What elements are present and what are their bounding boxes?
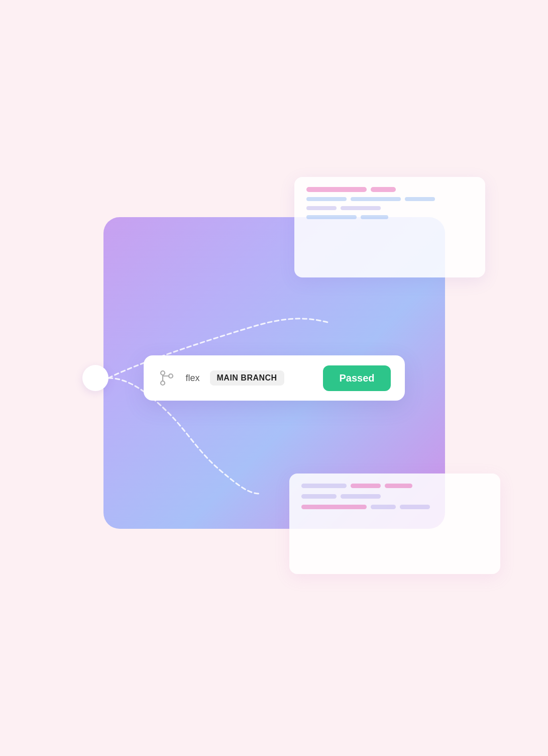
panel-top-row-1 <box>306 187 473 192</box>
status-card: flex MAIN BRANCH Passed <box>144 355 405 401</box>
panel-top-row-4 <box>306 215 473 219</box>
svg-point-1 <box>161 381 165 385</box>
bar-decoration <box>351 484 381 488</box>
top-panel <box>294 177 485 277</box>
svg-point-0 <box>161 371 165 375</box>
bar-decoration <box>306 197 347 201</box>
bar-decoration <box>306 206 337 210</box>
passed-button[interactable]: Passed <box>323 365 390 391</box>
bar-decoration <box>301 494 337 499</box>
panel-top-row-3 <box>306 206 473 210</box>
bar-decoration <box>361 215 388 219</box>
bar-decoration <box>371 505 396 509</box>
bar-decoration <box>351 197 401 201</box>
bar-decoration <box>341 206 381 210</box>
main-scene: flex MAIN BRANCH Passed <box>48 152 500 604</box>
bar-decoration <box>301 505 367 509</box>
bar-decoration <box>306 187 367 192</box>
branch-badge: MAIN BRANCH <box>210 370 284 386</box>
bar-decoration <box>371 187 396 192</box>
panel-bottom-row-2 <box>301 494 488 499</box>
bar-decoration <box>341 494 381 499</box>
bar-decoration <box>306 215 357 219</box>
panel-bottom-row-1 <box>301 484 488 488</box>
connector-node <box>82 365 108 391</box>
bottom-panel <box>289 474 500 574</box>
bar-decoration <box>400 505 430 509</box>
git-branch-icon <box>158 369 176 387</box>
bar-decoration <box>385 484 412 488</box>
svg-point-2 <box>169 374 173 378</box>
panel-top-row-2 <box>306 197 473 201</box>
bar-decoration <box>405 197 435 201</box>
bar-decoration <box>301 484 347 488</box>
app-name-label: flex <box>186 373 200 384</box>
panel-bottom-row-3 <box>301 505 488 509</box>
